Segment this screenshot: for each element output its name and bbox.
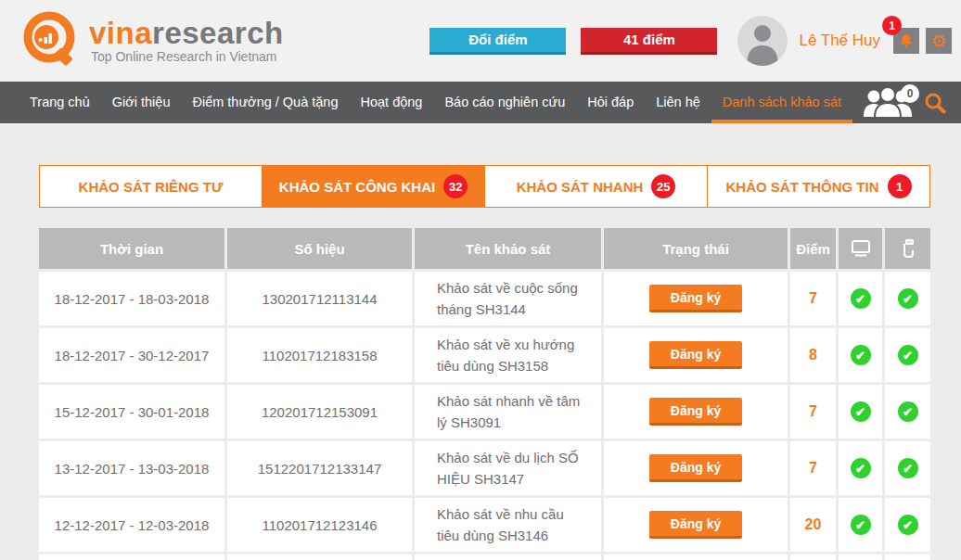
survey-name: Khảo sát về xu hướng tiêu dùng SH3158	[415, 328, 601, 382]
nav-item-about[interactable]: Giới thiệu	[101, 82, 182, 123]
column-header-points: Điểm	[790, 228, 836, 269]
search-button[interactable]	[924, 92, 946, 114]
column-header-desktop	[839, 228, 882, 269]
survey-time: 18-12-2017 - 30-12-2017	[39, 328, 224, 382]
tab-label: KHẢO SÁT THÔNG TIN	[726, 179, 879, 195]
friends-button[interactable]: 0	[862, 86, 914, 120]
mobile-available-check-icon: ✔	[898, 515, 918, 535]
survey-tabs: KHẢO SÁT RIÊNG TƯ KHẢO SÁT CÔNG KHAI 32 …	[39, 165, 930, 208]
survey-code: 120201712153091	[227, 385, 412, 439]
header-actions: Đổi điểm 41 điểm Lê Thế Huy 1 ⚙	[429, 16, 952, 66]
column-header-name: Tên khảo sát	[415, 228, 601, 269]
register-button[interactable]: Đăng ký	[649, 454, 742, 482]
survey-name: Khảo sát về nhu cầu tiêu dùng SH3146	[415, 498, 601, 552]
survey-table: Thời gian Số hiệu Tên khảo sát Trạng thá…	[39, 228, 930, 560]
logo-text: vinaresearch Top Online Research in Viet…	[89, 18, 284, 65]
tab-label: KHẢO SÁT NHANH	[517, 179, 644, 195]
nav-item-contact[interactable]: Liên hệ	[645, 82, 711, 123]
notification-count-badge: 1	[882, 16, 902, 35]
bell-icon	[899, 33, 914, 48]
table-row-partial-cell	[227, 554, 412, 560]
tab-count-badge: 25	[651, 174, 675, 198]
survey-code: 110201712183158	[227, 328, 412, 382]
nav-item-activities[interactable]: Hoạt động	[350, 82, 434, 123]
friends-count-badge: 0	[901, 84, 919, 103]
survey-points: 20	[790, 498, 836, 552]
nav-item-faq[interactable]: Hỏi đáp	[576, 82, 645, 123]
brand-tagline: Top Online Research in Vietnam	[91, 49, 284, 64]
survey-points: 7	[790, 385, 836, 439]
register-button[interactable]: Đăng ký	[649, 341, 742, 369]
column-header-status: Trạng thái	[604, 228, 788, 269]
logo-magnifier-icon	[22, 10, 80, 71]
desktop-available-check-icon: ✔	[851, 515, 871, 535]
tab-count-badge: 1	[888, 174, 912, 198]
nav-item-research-reports[interactable]: Báo cáo nghiên cứu	[433, 82, 576, 123]
tab-quick-surveys[interactable]: KHẢO SÁT NHANH 25	[484, 165, 708, 208]
username-link[interactable]: Lê Thế Huy	[799, 32, 880, 50]
survey-time: 12-12-2017 - 12-03-2018	[39, 498, 224, 552]
table-row-partial-cell	[885, 554, 930, 560]
desktop-available-check-icon: ✔	[851, 345, 871, 365]
survey-code: 1512201712133147	[227, 441, 412, 495]
tab-count-badge: 32	[443, 174, 468, 198]
vinaresearch-logo[interactable]: vinaresearch Top Online Research in Viet…	[22, 10, 284, 71]
points-balance-button[interactable]: 41 điểm	[581, 28, 717, 55]
survey-time: 13-12-2017 - 13-03-2018	[39, 441, 224, 495]
register-button[interactable]: Đăng ký	[649, 511, 742, 539]
search-icon	[924, 92, 946, 114]
survey-time: 15-12-2017 - 30-01-2018	[39, 385, 224, 439]
desktop-available-check-icon: ✔	[851, 288, 871, 309]
column-header-mobile	[885, 228, 930, 269]
gear-icon: ⚙	[930, 32, 946, 50]
tab-public-surveys[interactable]: KHẢO SÁT CÔNG KHAI 32	[262, 165, 485, 208]
brand-name: vinaresearch	[89, 18, 284, 50]
mobile-available-check-icon: ✔	[898, 458, 918, 478]
register-button[interactable]: Đăng ký	[649, 398, 742, 426]
table-row-partial-cell	[39, 554, 224, 560]
survey-time: 18-12-2017 - 18-03-2018	[39, 272, 224, 325]
table-row-partial-cell	[604, 554, 788, 560]
survey-code: 130201712113144	[227, 272, 412, 325]
survey-points: 7	[790, 441, 836, 495]
mobile-available-check-icon: ✔	[898, 345, 918, 365]
mobile-available-check-icon: ✔	[898, 288, 918, 309]
table-row-partial-cell	[839, 554, 882, 560]
user-avatar[interactable]	[737, 16, 788, 66]
settings-button[interactable]: ⚙	[926, 28, 952, 54]
column-header-time: Thời gian	[39, 228, 224, 269]
nav-item-rewards[interactable]: Điểm thưởng / Quà tặng	[181, 82, 349, 123]
monitor-icon	[850, 239, 872, 258]
nav-item-home[interactable]: Trang chủ	[19, 82, 101, 123]
notifications-button[interactable]: 1	[893, 28, 919, 54]
mobile-icon	[899, 238, 917, 259]
tab-info-surveys[interactable]: KHẢO SÁT THÔNG TIN 1	[707, 165, 930, 208]
tab-private-surveys[interactable]: KHẢO SÁT RIÊNG TƯ	[39, 165, 263, 208]
survey-name: Khảo sát về cuộc sống tháng SH3144	[415, 272, 601, 325]
app-header: vinaresearch Top Online Research in Viet…	[0, 0, 961, 82]
survey-name: Khảo sát nhanh về tâm lý SH3091	[415, 385, 601, 439]
register-button[interactable]: Đăng ký	[649, 285, 742, 312]
column-header-code: Số hiệu	[227, 228, 412, 269]
tab-label: KHẢO SÁT RIÊNG TƯ	[79, 179, 224, 195]
nav-item-survey-list[interactable]: Danh sách khảo sát	[711, 82, 852, 123]
exchange-points-button[interactable]: Đổi điểm	[429, 28, 566, 55]
survey-points: 8	[790, 328, 836, 382]
survey-points: 7	[790, 272, 836, 325]
table-row-partial-cell	[415, 554, 601, 560]
main-navigation: Trang chủ Giới thiệu Điểm thưởng / Quà t…	[0, 82, 961, 123]
mobile-available-check-icon: ✔	[898, 401, 918, 422]
tab-label: KHẢO SÁT CÔNG KHAI	[279, 179, 435, 195]
person-silhouette-icon	[737, 16, 788, 66]
desktop-available-check-icon: ✔	[851, 401, 871, 422]
survey-name: Khảo sát về du lịch SỐ HIỆU SH3147	[415, 441, 601, 495]
survey-code: 110201712123146	[227, 498, 412, 552]
table-row-partial-cell	[790, 554, 836, 560]
desktop-available-check-icon: ✔	[851, 458, 871, 478]
